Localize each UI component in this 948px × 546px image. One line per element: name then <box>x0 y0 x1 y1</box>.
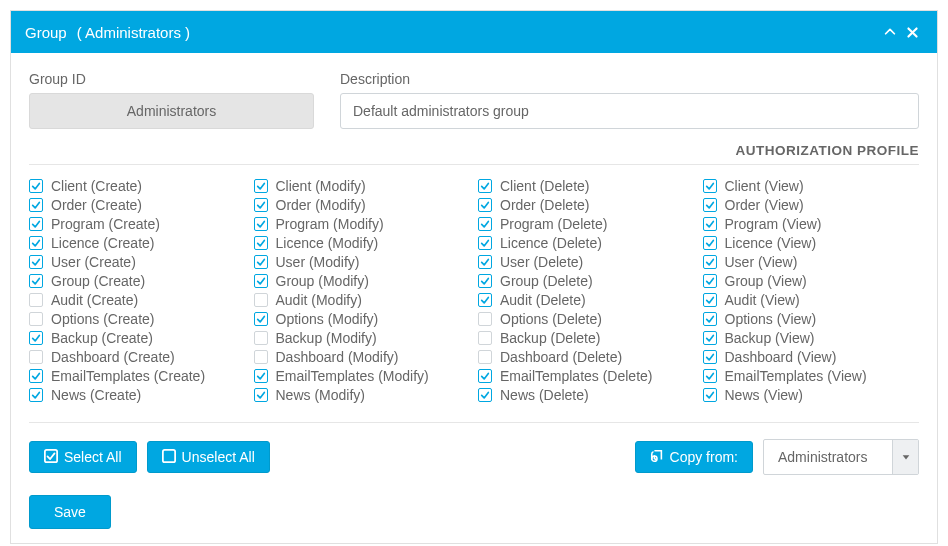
perm-checkbox[interactable] <box>29 255 43 269</box>
perm-item: Options (Create) <box>29 310 246 328</box>
perm-checkbox[interactable] <box>254 388 268 402</box>
panel-body: Group ID Administrators Description AUTH… <box>11 53 937 543</box>
perm-checkbox[interactable] <box>29 179 43 193</box>
perm-checkbox[interactable] <box>29 369 43 383</box>
perm-item: Order (View) <box>703 196 920 214</box>
perm-item: Options (Delete) <box>478 310 695 328</box>
perm-checkbox[interactable] <box>703 179 717 193</box>
perm-item: Program (Create) <box>29 215 246 233</box>
perm-checkbox[interactable] <box>254 236 268 250</box>
perm-checkbox[interactable] <box>29 217 43 231</box>
chevron-down-icon[interactable] <box>892 440 918 474</box>
perm-label: EmailTemplates (View) <box>725 367 867 385</box>
perm-checkbox[interactable] <box>254 198 268 212</box>
perm-checkbox[interactable] <box>478 198 492 212</box>
select-value: Administrators <box>764 440 892 474</box>
select-all-button[interactable]: Select All <box>29 441 137 473</box>
perm-checkbox[interactable] <box>703 331 717 345</box>
perm-item: Client (Create) <box>29 177 246 195</box>
perm-checkbox[interactable] <box>703 388 717 402</box>
form-row: Group ID Administrators Description <box>29 71 919 129</box>
perm-label: Backup (Modify) <box>276 329 377 347</box>
panel-header: Group ( Administrators ) <box>11 11 937 53</box>
perm-checkbox[interactable] <box>254 350 268 364</box>
perm-label: Client (Create) <box>51 177 142 195</box>
perm-checkbox[interactable] <box>29 312 43 326</box>
collapse-icon[interactable] <box>879 21 901 43</box>
perm-checkbox[interactable] <box>703 274 717 288</box>
perm-checkbox[interactable] <box>478 331 492 345</box>
perm-checkbox[interactable] <box>29 236 43 250</box>
perm-checkbox[interactable] <box>29 350 43 364</box>
perm-checkbox[interactable] <box>478 217 492 231</box>
perm-item: Program (Delete) <box>478 215 695 233</box>
perm-label: Backup (Create) <box>51 329 153 347</box>
perm-checkbox[interactable] <box>29 198 43 212</box>
perm-label: Audit (Modify) <box>276 291 362 309</box>
perm-checkbox[interactable] <box>703 369 717 383</box>
perm-label: Client (Modify) <box>276 177 366 195</box>
perm-checkbox[interactable] <box>478 388 492 402</box>
perm-item: Order (Delete) <box>478 196 695 214</box>
perm-checkbox[interactable] <box>29 274 43 288</box>
copy-from-select[interactable]: Administrators <box>763 439 919 475</box>
perm-checkbox[interactable] <box>254 217 268 231</box>
perm-checkbox[interactable] <box>478 274 492 288</box>
perm-checkbox[interactable] <box>29 331 43 345</box>
perm-checkbox[interactable] <box>29 293 43 307</box>
perm-item: News (Modify) <box>254 386 471 404</box>
copy-from-button[interactable]: Copy from: <box>635 441 753 473</box>
save-button[interactable]: Save <box>29 495 111 529</box>
perm-checkbox[interactable] <box>703 255 717 269</box>
perm-label: User (View) <box>725 253 798 271</box>
svg-marker-5 <box>902 455 909 459</box>
check-icon <box>44 449 58 465</box>
perm-label: Group (Modify) <box>276 272 369 290</box>
perm-item: Order (Modify) <box>254 196 471 214</box>
description-field[interactable] <box>340 93 919 129</box>
close-icon[interactable] <box>901 21 923 43</box>
perm-col-view: Client (View)Order (View)Program (View)L… <box>703 177 920 404</box>
perm-label: EmailTemplates (Delete) <box>500 367 653 385</box>
perm-checkbox[interactable] <box>478 312 492 326</box>
perm-item: Backup (Modify) <box>254 329 471 347</box>
perm-checkbox[interactable] <box>478 179 492 193</box>
perm-checkbox[interactable] <box>703 236 717 250</box>
perm-checkbox[interactable] <box>703 350 717 364</box>
perm-label: Options (Create) <box>51 310 154 328</box>
permissions-grid: Client (Create)Order (Create)Program (Cr… <box>29 177 919 404</box>
perm-label: News (Create) <box>51 386 141 404</box>
perm-label: Licence (Delete) <box>500 234 602 252</box>
perm-checkbox[interactable] <box>478 369 492 383</box>
button-label: Save <box>54 505 86 519</box>
perm-label: Program (View) <box>725 215 822 233</box>
perm-checkbox[interactable] <box>703 198 717 212</box>
perm-checkbox[interactable] <box>703 312 717 326</box>
perm-col-delete: Client (Delete)Order (Delete)Program (De… <box>478 177 695 404</box>
perm-checkbox[interactable] <box>478 255 492 269</box>
perm-item: Order (Create) <box>29 196 246 214</box>
perm-checkbox[interactable] <box>478 236 492 250</box>
perm-checkbox[interactable] <box>254 293 268 307</box>
perm-checkbox[interactable] <box>703 217 717 231</box>
perm-checkbox[interactable] <box>254 331 268 345</box>
perm-item: Audit (View) <box>703 291 920 309</box>
perm-label: Backup (View) <box>725 329 815 347</box>
perm-checkbox[interactable] <box>254 369 268 383</box>
perm-checkbox[interactable] <box>254 255 268 269</box>
unselect-all-button[interactable]: Unselect All <box>147 441 270 473</box>
perm-label: Dashboard (View) <box>725 348 837 366</box>
button-label: Select All <box>64 450 122 464</box>
uncheck-icon <box>162 449 176 465</box>
divider <box>29 164 919 165</box>
perm-checkbox[interactable] <box>478 350 492 364</box>
perm-checkbox[interactable] <box>478 293 492 307</box>
perm-item: EmailTemplates (Create) <box>29 367 246 385</box>
perm-checkbox[interactable] <box>254 312 268 326</box>
perm-label: Order (Delete) <box>500 196 589 214</box>
perm-label: Group (View) <box>725 272 807 290</box>
perm-checkbox[interactable] <box>254 274 268 288</box>
perm-checkbox[interactable] <box>703 293 717 307</box>
perm-checkbox[interactable] <box>29 388 43 402</box>
perm-checkbox[interactable] <box>254 179 268 193</box>
